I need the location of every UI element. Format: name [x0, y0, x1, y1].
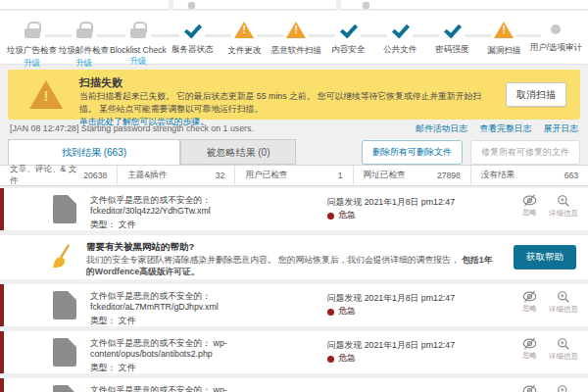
stat-value: 1	[338, 171, 343, 180]
stage-label: Blocklist Check	[110, 45, 167, 55]
result-title: 文件似乎是恶意的或不安全的： fckeditor/aL7MmRTR/gDJhpv…	[90, 291, 323, 314]
check-icon	[179, 20, 205, 39]
file-icon	[53, 291, 76, 319]
result-type: 类型： 文件	[90, 220, 323, 231]
repair-all-repairable-button[interactable]: 修复所有可修复的文件	[470, 140, 580, 165]
file-icon	[53, 385, 76, 392]
eye-slash-icon	[522, 384, 537, 392]
result-file-column: 文件似乎是恶意的或不安全的： wp-	[90, 385, 323, 392]
result-file-column: 文件似乎是恶意的或不安全的： fckeditor/30lq4zJ2/YdhGTw…	[90, 195, 323, 231]
wordfence-scan-page: 垃圾广告检查 升级 垃圾邮件检查 升级 Blocklist Check 升级 服…	[0, 0, 588, 392]
cutoff-icon	[188, 2, 195, 9]
check-icon	[335, 20, 361, 39]
ignore-button[interactable]: 忽略	[522, 290, 537, 315]
pending-dot-icon	[543, 20, 568, 39]
lock-icon	[72, 20, 97, 39]
view-full-log-link[interactable]: 查看完整日志	[480, 123, 532, 133]
stage-malware-scan: 恶意软件扫描	[270, 15, 322, 64]
magnifier-plus-icon	[557, 290, 570, 304]
ignore-label: 忽略	[522, 208, 537, 218]
result-actions: 忽略 详细信息	[522, 384, 578, 392]
severity-label: 危急	[338, 353, 356, 365]
ignore-button[interactable]: 忽略	[522, 384, 537, 392]
banner-message: 当前扫描看起来已失败。 它的最后状态更新是 55 mins 之前。 您可以继续等…	[79, 90, 492, 127]
file-icon	[53, 195, 76, 223]
cutoff-card	[341, 0, 588, 10]
get-help-button[interactable]: 获取帮助	[514, 245, 576, 270]
details-label: 详细信息	[549, 209, 578, 219]
ignore-label: 忽略	[522, 304, 537, 314]
stat-value: 32	[216, 171, 225, 180]
result-row: 文件似乎是恶意的或不安全的： fckeditor/aL7MmRTR/gDJhpv…	[0, 284, 588, 326]
ignore-button[interactable]: 忽略	[522, 337, 537, 362]
details-button[interactable]: 详细信息	[549, 290, 578, 315]
details-label: 详细信息	[549, 305, 578, 315]
banner-message-text: 当前扫描看起来已失败。 它的最后状态更新是 55 mins 之前。 您可以继续等…	[79, 91, 481, 114]
log-entry: [JAN 08 12:47:28] Starting password stre…	[10, 123, 254, 133]
expand-log-link[interactable]: 展开日志	[544, 123, 578, 133]
stage-file-changes: 文件更改	[219, 15, 270, 64]
warning-triangle-icon	[231, 20, 257, 39]
log-links: 邮件活动日志 查看完整日志 展开日志	[406, 123, 578, 135]
alert-triangle-icon	[29, 80, 63, 109]
severity-badge: 危急	[327, 353, 356, 365]
stat-value: 663	[564, 171, 578, 180]
result-type: 类型： 文件	[90, 363, 323, 374]
stage-label: 漏洞扫描	[478, 45, 530, 57]
stage-label: 文件更改	[219, 45, 270, 57]
broom-icon	[49, 243, 76, 270]
severity-badge: 危急	[327, 306, 356, 318]
magnifier-plus-icon	[557, 194, 570, 208]
stat-label: 没有结果	[481, 170, 514, 181]
result-type: 类型： 文件	[90, 316, 323, 327]
result-row: 文件似乎是恶意的或不安全的： wp- content/opus/bots/ant…	[0, 331, 588, 373]
eye-slash-icon	[522, 194, 537, 207]
cancel-scan-button[interactable]: 取消扫描	[506, 82, 566, 107]
eye-slash-icon	[522, 290, 537, 303]
cutoff-icon	[363, 2, 369, 9]
scan-summary-bar: 文章、评论、& 文件 20638 主题&插件 32 用户已检查 1 网址已检查 …	[0, 165, 588, 186]
stage-label: 密码强度	[426, 44, 478, 56]
upgrade-link[interactable]: 升级	[58, 58, 110, 70]
result-title: 文件似乎是恶意的或不安全的： wp-	[90, 385, 323, 392]
warning-triangle-icon	[491, 20, 516, 39]
warning-triangle-icon	[283, 20, 309, 39]
stage-label: 垃圾邮件检查	[58, 45, 110, 57]
check-icon	[387, 20, 413, 39]
severity-badge: 危急	[327, 210, 356, 221]
check-icon	[439, 20, 465, 39]
critical-dot-icon	[327, 356, 334, 363]
hacked-site-help-row: 需要有关被黑网站的帮助? 我们的安全专家团队将清除感染并删除恶意内容。 您的网站…	[0, 235, 588, 279]
scan-failed-banner: 扫描失败 当前扫描看起来已失败。 它的最后状态更新是 55 mins 之前。 您…	[8, 70, 580, 120]
details-button[interactable]: 详细信息	[549, 337, 578, 362]
stage-label: 用户/选项审计	[530, 42, 582, 54]
stat-themes-plugins: 主题&插件 32	[117, 166, 234, 185]
cutoff-card	[173, 0, 336, 10]
result-found-date: 问题发现 2021年1月8日 pm12:47	[327, 197, 455, 209]
banner-title: 扫描失败	[79, 75, 122, 90]
activity-log-row: [JAN 08 12:47:28] Starting password stre…	[10, 123, 578, 137]
scan-results-list: 文件似乎是恶意的或不安全的： fckeditor/30lq4zJ2/YdhGTw…	[0, 188, 588, 392]
stage-spamvertising: 垃圾广告检查 升级	[6, 15, 58, 64]
result-file-column: 文件似乎是恶意的或不安全的： fckeditor/aL7MmRTR/gDJhpv…	[90, 291, 323, 327]
tab-results-found[interactable]: 找到结果 (663)	[8, 139, 180, 165]
stage-content-safety: 内容安全	[322, 15, 374, 64]
bulk-actions: 删除所有可删除文件 修复所有可修复的文件	[362, 140, 580, 165]
critical-dot-icon	[327, 213, 334, 220]
promo-message-text: 我们的安全专家团队将清除感染并删除恶意内容。 您的网站恢复后，我们会提供详细的调…	[86, 255, 462, 265]
magnifier-plus-icon	[557, 337, 570, 351]
stat-label: 用户已检查	[245, 170, 287, 181]
tab-ignored-results[interactable]: 被忽略结果 (0)	[180, 139, 296, 165]
upgrade-link[interactable]: 升级	[110, 56, 167, 68]
ignore-button[interactable]: 忽略	[522, 194, 537, 219]
promo-message: 我们的安全专家团队将清除感染并删除恶意内容。 您的网站恢复后，我们会提供详细的调…	[86, 255, 493, 278]
details-button[interactable]: 详细信息	[549, 194, 578, 219]
stage-server-state: 服务器状态	[167, 15, 219, 64]
stage-label: 恶意软件扫描	[270, 45, 322, 57]
ignore-label: 忽略	[522, 351, 537, 361]
details-button[interactable]: 详细信息	[549, 384, 578, 392]
delete-all-deletable-button[interactable]: 删除所有可删除文件	[362, 140, 463, 165]
stage-vulnerability-scan: 漏洞扫描	[478, 15, 530, 64]
email-activity-log-link[interactable]: 邮件活动日志	[416, 123, 467, 133]
upgrade-link[interactable]: 升级	[6, 58, 58, 70]
